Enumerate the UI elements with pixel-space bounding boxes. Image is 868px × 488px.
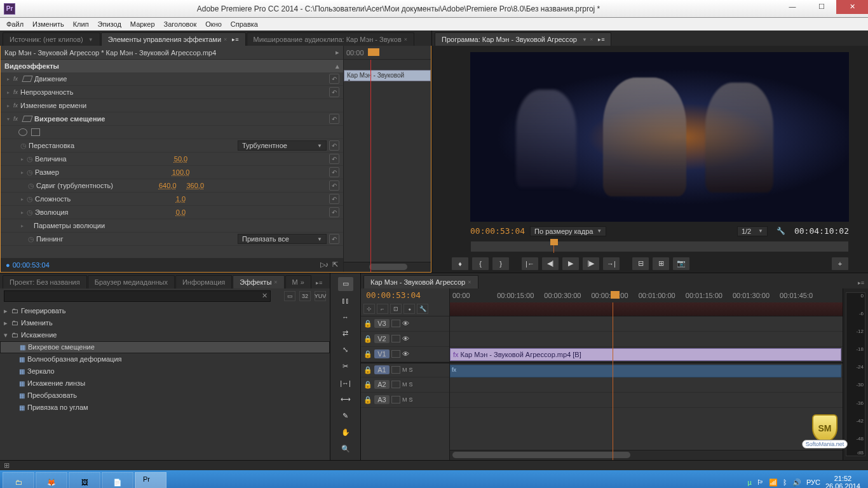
lock-icon[interactable]: 🔒 (363, 366, 372, 374)
reset-icon[interactable]: ↶ (329, 207, 339, 217)
sync-lock-icon[interactable] (391, 396, 400, 403)
close-button[interactable]: ✕ (836, 0, 868, 14)
zoom-tool[interactable]: 🔍 (338, 442, 353, 456)
lock-icon[interactable]: 🔒 (363, 381, 372, 389)
maximize-button[interactable]: ☐ (807, 0, 836, 14)
timeline-timecode[interactable]: 00:00:53:04 (366, 290, 421, 300)
tree-item-lens[interactable]: ▦Искажение линзы (0, 377, 330, 390)
close-icon[interactable]: × (590, 36, 593, 43)
reset-icon[interactable]: ↶ (329, 234, 339, 244)
tab-source[interactable]: Источник: (нет клипов)▼ (3, 32, 100, 46)
track-lane-v1[interactable]: fxКар Мэн - Звуковой Агрессор.mp4 [В] (450, 347, 843, 362)
close-icon[interactable]: × (224, 36, 227, 43)
tree-item-twirl[interactable]: ▦Вихревое смещение (0, 341, 330, 353)
lock-icon[interactable]: 🔒 (363, 335, 372, 343)
tray-network-icon[interactable]: 📶 (769, 478, 778, 487)
panel-menu-icon[interactable]: ▸≡ (312, 277, 326, 288)
reset-icon[interactable]: ↶ (329, 194, 339, 204)
taskbar-premiere[interactable]: Pr (135, 472, 166, 488)
reset-icon[interactable]: ↶ (329, 140, 339, 151)
solo-toggle[interactable]: S (409, 381, 413, 388)
track-lane-v3[interactable] (450, 316, 843, 332)
mute-toggle[interactable]: M (402, 381, 407, 388)
step-back-button[interactable]: ◀| (541, 257, 559, 271)
lock-icon[interactable]: 🔒 (363, 396, 372, 404)
ripple-edit-tool[interactable]: ↔ (338, 310, 353, 324)
playhead-head-icon[interactable] (611, 291, 620, 299)
go-to-out-button[interactable]: →| (602, 257, 620, 271)
panel-menu-icon[interactable]: ▸≡ (232, 36, 238, 43)
close-icon[interactable]: × (404, 36, 407, 43)
timeline-playhead[interactable] (613, 302, 613, 460)
complexity-value[interactable]: 1,0 (176, 195, 186, 203)
mute-toggle[interactable]: M (402, 396, 407, 403)
stopwatch-icon[interactable]: ◷ (27, 155, 33, 163)
add-button[interactable]: + (831, 257, 849, 271)
tab-effect-controls[interactable]: Элементы управления эффектами×▸≡ (101, 32, 246, 46)
pen-tool[interactable]: ✎ (338, 409, 353, 423)
video-effects-section[interactable]: Видеоэффекты ▴ (1, 60, 343, 72)
swap-dropdown[interactable]: Турбулентное▼ (238, 140, 327, 151)
mute-toggle[interactable]: M (402, 367, 407, 373)
mark-in-button[interactable]: { (471, 257, 489, 271)
timeline-horizontal-scrollbar[interactable] (450, 450, 843, 460)
track-header-a2[interactable]: 🔒A2MS (361, 377, 449, 393)
minimize-button[interactable]: — (778, 0, 807, 14)
taskbar-app2[interactable]: 📄 (102, 472, 133, 488)
size-value[interactable]: 100,0 (172, 168, 190, 176)
playhead-marker-icon[interactable] (368, 48, 379, 56)
stopwatch-icon[interactable]: ◷ (28, 182, 34, 190)
tab-media-browser[interactable]: Браузер медиаданных (88, 275, 175, 288)
step-forward-button[interactable]: |▶ (582, 257, 600, 271)
tab-sequence[interactable]: Кар Мэн - Звуковой Агрессор× (363, 275, 478, 288)
track-header-a3[interactable]: 🔒A3MS (361, 393, 449, 408)
fx-time-remap-row[interactable]: ▸fxИзменение времени (1, 99, 343, 112)
track-lane-a2[interactable] (450, 377, 843, 393)
collapse-icon[interactable]: ▸ (336, 48, 339, 57)
close-icon[interactable]: × (468, 279, 471, 285)
32bit-filter-icon[interactable]: 32 (299, 291, 311, 301)
tree-item-wave[interactable]: ▦Волнообразная деформация (0, 353, 330, 365)
program-scrubber[interactable] (470, 241, 849, 252)
slip-tool[interactable]: |↔| (338, 376, 353, 390)
sync-lock-icon[interactable] (391, 320, 400, 327)
rect-mask-icon[interactable] (31, 128, 40, 136)
track-lane-a3[interactable] (450, 393, 843, 408)
track-header-v3[interactable]: 🔒V3👁 (361, 316, 449, 332)
playhead-line[interactable] (370, 60, 371, 272)
play-button[interactable]: ▶ (562, 257, 580, 271)
rate-stretch-tool[interactable]: ⤡ (338, 343, 353, 357)
marker-icon[interactable]: ⬥ (403, 304, 415, 314)
taskbar-explorer[interactable]: 🗀 (3, 472, 34, 488)
resolution-dropdown[interactable]: 1/2▼ (737, 226, 768, 236)
menu-help[interactable]: Справка (227, 19, 262, 29)
tray-volume-icon[interactable]: 🔊 (792, 478, 801, 487)
track-header-v1[interactable]: 🔒V1👁 (361, 347, 449, 362)
track-lane-v2[interactable] (450, 332, 843, 347)
stopwatch-icon[interactable]: ◷ (27, 208, 33, 217)
tray-action-center-icon[interactable]: 🏳 (757, 478, 764, 486)
eye-icon[interactable]: 👁 (402, 335, 411, 342)
razor-tool[interactable]: ✂ (338, 360, 353, 374)
slide-tool[interactable]: ⟷ (338, 393, 353, 407)
accelerated-filter-icon[interactable]: ▭ (284, 291, 295, 301)
tray-language[interactable]: РУС (806, 478, 820, 486)
fx-opacity-row[interactable]: ▸fxНепрозрачность↶ (1, 86, 343, 99)
eye-icon[interactable]: 👁 (402, 350, 411, 358)
stopwatch-icon[interactable]: ◷ (27, 168, 33, 177)
menu-title[interactable]: Заголовок (160, 19, 201, 29)
lift-button[interactable]: ⊟ (632, 257, 649, 271)
menu-clip[interactable]: Клип (69, 19, 93, 29)
sync-lock-icon[interactable] (391, 350, 400, 358)
lock-icon[interactable]: 🔒 (363, 350, 372, 358)
tray-utorrent-icon[interactable]: µ (748, 478, 752, 486)
menu-sequence[interactable]: Эпизод (94, 19, 125, 29)
nest-toggle-icon[interactable]: ⊹ (363, 304, 375, 314)
yuv-filter-icon[interactable]: YUV (315, 291, 326, 301)
reset-icon[interactable]: ↶ (329, 114, 339, 124)
taskbar-app1[interactable]: 🖼 (69, 472, 100, 488)
tab-program[interactable]: Программа: Кар Мэн - Звуковой Агрессор▼×… (435, 32, 611, 46)
tab-effects[interactable]: Эффекты× (233, 275, 284, 288)
tray-clock[interactable]: 21:5226.06.2014 (825, 475, 860, 488)
playhead-icon[interactable] (550, 239, 558, 245)
